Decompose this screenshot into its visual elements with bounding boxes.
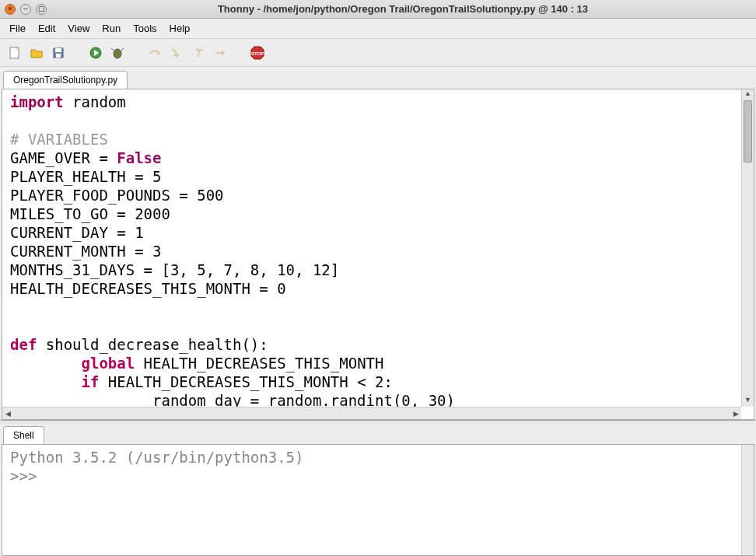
maximize-icon[interactable]: ▢ <box>36 4 47 15</box>
code-wrapper: import random # VARIABLES GAME_OVER = Fa… <box>2 89 754 420</box>
editor-tabs: OregonTrailSolutionpy.py <box>0 67 756 89</box>
tab-file[interactable]: OregonTrailSolutionpy.py <box>3 71 128 89</box>
shell-prompt: >>> <box>10 467 37 484</box>
svg-text:STOP: STOP <box>251 51 264 56</box>
debug-icon[interactable] <box>109 44 126 61</box>
tab-shell[interactable]: Shell <box>3 426 44 444</box>
step-into-icon[interactable] <box>168 44 185 61</box>
editor-area: OregonTrailSolutionpy.py import random #… <box>0 67 756 421</box>
stop-icon[interactable]: STOP <box>249 44 266 61</box>
scroll-up-icon[interactable]: ▲ <box>742 89 754 100</box>
shell-area: Shell Python 3.5.2 (/usr/bin/python3.5) … <box>0 424 756 556</box>
editor-horizontal-scrollbar[interactable]: ◀ ▶ <box>2 407 741 419</box>
shell-interpreter-info: Python 3.5.2 (/usr/bin/python3.5) <box>10 448 746 467</box>
scroll-left-icon[interactable]: ◀ <box>2 407 13 419</box>
minimize-icon[interactable]: – <box>20 4 31 15</box>
step-over-icon[interactable] <box>146 44 163 61</box>
menu-view[interactable]: View <box>61 20 96 37</box>
toolbar: STOP <box>0 39 756 67</box>
menu-file[interactable]: File <box>3 20 32 37</box>
menu-help[interactable]: Help <box>163 20 197 37</box>
new-file-icon[interactable] <box>6 44 23 61</box>
menu-tools[interactable]: Tools <box>127 20 163 37</box>
window-title: Thonny - /home/jon/python/Oregon Trail/O… <box>54 3 751 15</box>
editor-vertical-scrollbar[interactable]: ▲ ▼ <box>741 89 754 407</box>
code-editor[interactable]: import random # VARIABLES GAME_OVER = Fa… <box>2 89 754 419</box>
resume-icon[interactable] <box>212 44 229 61</box>
menubar: File Edit View Run Tools Help <box>0 19 756 39</box>
run-icon[interactable] <box>87 44 104 61</box>
svg-point-5 <box>114 49 121 58</box>
svg-rect-2 <box>55 48 61 52</box>
save-icon[interactable] <box>50 44 67 61</box>
menu-edit[interactable]: Edit <box>32 20 61 37</box>
close-icon[interactable]: × <box>5 4 16 15</box>
shell-content[interactable]: Python 3.5.2 (/usr/bin/python3.5) >>> <box>2 444 754 556</box>
scroll-right-icon[interactable]: ▶ <box>730 407 741 419</box>
open-file-icon[interactable] <box>28 44 45 61</box>
shell-tabs: Shell <box>0 424 756 444</box>
svg-line-6 <box>111 48 114 51</box>
scroll-down-icon[interactable]: ▼ <box>742 396 754 407</box>
shell-vertical-scrollbar[interactable] <box>741 445 754 555</box>
window-controls: × – ▢ <box>5 4 47 15</box>
titlebar: × – ▢ Thonny - /home/jon/python/Oregon T… <box>0 0 756 19</box>
step-out-icon[interactable] <box>190 44 207 61</box>
svg-rect-3 <box>56 54 61 58</box>
menu-run[interactable]: Run <box>96 20 127 37</box>
svg-line-7 <box>121 48 124 51</box>
scroll-thumb[interactable] <box>744 100 752 163</box>
